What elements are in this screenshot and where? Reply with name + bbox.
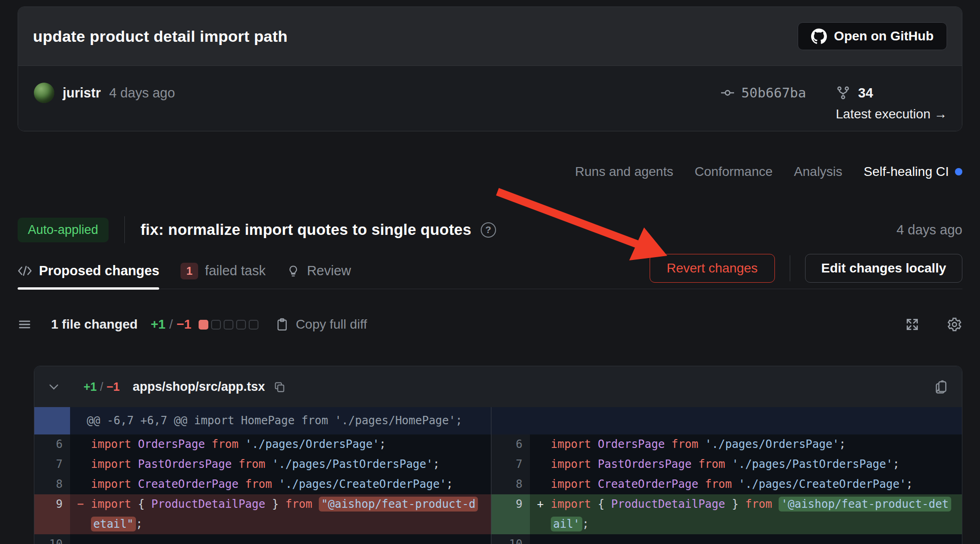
chevron-down-icon[interactable] [47,380,60,393]
nav-item[interactable]: Runs and agents [575,164,673,179]
diff-row: 6import OrdersPage from './pages/OrdersP… [34,434,491,454]
diff-row: 9−import { ProductDetailPage } from "@ai… [34,494,491,534]
fix-actions: Revert changes Edit changes locally [650,253,962,289]
file-list-menu-icon[interactable] [18,317,32,331]
divider [790,255,790,281]
author-group: juristr 4 days ago [34,83,175,103]
diff-row: 10 [491,534,962,544]
edit-changes-locally-button[interactable]: Edit changes locally [805,254,962,283]
gauge-block [199,320,208,330]
clipboard-icon [275,317,289,331]
nav-row: Runs and agentsConformanceAnalysisSelf-h… [575,160,962,183]
tabs: Proposed changes 1 failed task Review [18,253,351,289]
copy-full-diff-button[interactable]: Copy full diff [275,317,367,332]
diff-pane-left: @@ -6,7 +6,7 @@ import HomePage from './… [34,407,491,544]
diff-row: 6import OrdersPage from './pages/OrdersP… [491,434,962,454]
file-additions: +1 [84,380,97,394]
open-on-github-label: Open on GitHub [834,29,934,44]
commit-card: update product detail import path Open o… [18,6,962,131]
hunk-gutter-block [34,407,70,434]
commit-card-header: update product detail import path Open o… [18,7,962,65]
open-on-github-button[interactable]: Open on GitHub [798,22,947,50]
diff-row: 7import PastOrdersPage from './pages/Pas… [491,454,962,474]
additions-count: +1 [151,317,166,332]
execution-group: 34 Latest execution → [836,83,947,122]
diff-row: 8import CreateOrderPage from './pages/Cr… [491,474,962,494]
files-changed-label: 1 file changed [51,317,138,332]
page-title: update product detail import path [33,27,798,45]
commit-meta: 50b667ba 34 Latest execution → [720,83,947,122]
commit-card-body: juristr 4 days ago 50b667ba 34 [18,65,962,131]
diff-row: 8import CreateOrderPage from './pages/Cr… [34,474,491,494]
copy-file-diff-icon[interactable] [932,378,949,395]
diff-rows: 6import OrdersPage from './pages/OrdersP… [491,434,962,544]
gauge-block [224,320,233,330]
fix-title: fix: normalize import quotes to single q… [141,221,471,239]
latest-execution-link[interactable]: Latest execution → [836,107,947,122]
file-header: +1 / −1 apps/shop/src/app.tsx [34,366,962,407]
gauge-block [249,320,258,330]
tab-label: Proposed changes [39,263,159,278]
auto-applied-badge: Auto-applied [18,218,109,242]
commit-time: 4 days ago [109,85,175,101]
lightbulb-icon [287,265,300,278]
author-name: juristr [63,85,101,101]
notification-dot [955,168,962,175]
hunk-header-text: @@ -6,7 +6,7 @@ import HomePage from './… [70,407,462,434]
diff-body: @@ -6,7 +6,7 @@ import HomePage from './… [34,407,962,544]
expand-icon[interactable] [905,317,920,332]
file-deletions: −1 [106,380,120,394]
diff-pane-right: 6import OrdersPage from './pages/OrdersP… [491,407,962,544]
tab-review[interactable]: Review [287,253,351,289]
gauge-block [236,320,246,330]
help-icon[interactable]: ? [481,222,496,238]
code-icon [18,265,32,277]
diff-toolbar-right [905,317,962,332]
tab-label: failed task [205,263,266,278]
diff-gauge [199,320,258,330]
copy-full-diff-label: Copy full diff [296,317,367,332]
page: update product detail import path Open o… [0,0,980,544]
tabs-band: Proposed changes 1 failed task Review Re… [18,253,962,289]
nav-item[interactable]: Self-healing CI [864,164,962,179]
github-icon [811,28,827,44]
stat-separator: / [169,317,173,332]
commit-icon [720,85,735,100]
avatar [34,83,54,103]
deletions-count: −1 [176,317,191,332]
execution-count: 34 [858,85,873,101]
file-stat-separator: / [100,380,103,394]
diff-card: +1 / −1 apps/shop/src/app.tsx @@ -6,7 +6… [34,366,962,544]
file-path: apps/shop/src/app.tsx [133,380,265,394]
diff-row: 10 [34,534,491,544]
commit-hash-group[interactable]: 50b667ba [720,83,806,103]
diff-rows: 6import OrdersPage from './pages/OrdersP… [34,434,491,544]
fix-row: Auto-applied fix: normalize import quote… [18,210,962,250]
hunk-header-spacer [491,407,962,434]
diff-row: 9+import { ProductDetailPage } from '@ai… [491,494,962,534]
diff-toolbar: 1 file changed +1 / −1 Copy full diff [18,309,962,340]
tab-failed-task[interactable]: 1 failed task [181,253,265,289]
copy-path-icon[interactable] [273,381,286,393]
diff-row: 7import PastOrdersPage from './pages/Pas… [34,454,491,474]
branch-icon [836,85,851,100]
tab-proposed-changes[interactable]: Proposed changes [18,253,159,289]
nav-item[interactable]: Conformance [695,164,773,179]
tab-label: Review [307,263,351,278]
hunk-header: @@ -6,7 +6,7 @@ import HomePage from './… [34,407,491,434]
gear-icon[interactable] [947,317,962,332]
nav-item[interactable]: Analysis [794,164,842,179]
revert-changes-button[interactable]: Revert changes [650,254,775,283]
gauge-block [211,320,221,330]
fix-time: 4 days ago [896,222,962,238]
commit-hash: 50b667ba [741,85,806,101]
divider [124,216,125,243]
failed-task-count-badge: 1 [181,263,198,279]
execution-count-row: 34 [836,83,947,103]
